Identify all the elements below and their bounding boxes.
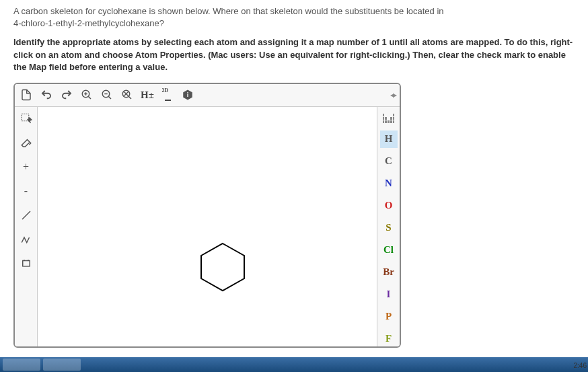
template-tool-icon[interactable] [19,256,34,271]
question-line1: A carbon skeleton for cyclohexane is sho… [13,6,444,16]
h-plus-minus-button[interactable]: H± [140,87,155,102]
drawing-canvas[interactable] [38,107,377,348]
clock-time: 2:46 [574,362,587,369]
toolbar-left: + - [15,107,38,348]
svg-text:i: i [187,91,189,98]
zoom-out-icon[interactable] [100,87,114,102]
svg-line-1 [88,97,91,100]
charge-minus-icon[interactable]: - [19,184,34,198]
taskbar-app-2[interactable] [43,359,81,371]
chain-bond-icon[interactable] [19,232,34,247]
element-O-button[interactable]: O [380,197,398,215]
element-N-button[interactable]: N [380,175,398,192]
element-I-button[interactable]: I [380,286,398,303]
taskbar-app-1[interactable] [3,359,40,371]
single-bond-icon[interactable] [19,208,34,223]
svg-line-8 [128,97,131,100]
charge-plus-icon[interactable]: + [19,159,34,174]
element-Br-button[interactable]: Br [380,264,398,281]
svg-marker-15 [201,244,244,291]
toolbar-top: H± 2D i ◂▸ [15,84,400,107]
cyclohexane-hexagon[interactable] [196,240,250,294]
svg-line-13 [22,211,30,219]
zoom-reset-icon[interactable] [120,87,135,102]
element-C-button[interactable]: C [380,153,398,170]
question-line2: 4-chloro-1-ethyl-2-methylcyclohexane? [13,18,164,28]
eraser-tool-icon[interactable] [19,135,34,150]
element-H-button[interactable]: H [380,131,398,148]
svg-line-5 [108,97,111,100]
selection-tool-icon[interactable] [19,111,34,126]
zoom-in-icon[interactable] [79,87,94,102]
instruction-text: Identify the appropriate atoms by select… [13,36,575,73]
molecule-editor: H± 2D i ◂▸ + - [13,83,401,348]
element-S-button[interactable]: S [380,219,398,237]
redo-icon[interactable] [59,87,74,102]
question-text: A carbon skeleton for cyclohexane is sho… [13,5,575,30]
toolbar-right: H C N O S Cl Br I P F [377,107,400,348]
undo-icon[interactable] [39,87,54,102]
element-P-button[interactable]: P [380,308,398,326]
periodic-table-icon[interactable] [381,111,396,126]
two-d-label: 2D [162,87,169,94]
two-d-button[interactable]: 2D [160,87,175,102]
new-document-icon[interactable] [19,87,34,102]
expand-arrows-icon[interactable]: ◂▸ [390,90,396,100]
windows-taskbar[interactable] [0,357,588,372]
info-icon[interactable]: i [180,87,195,102]
svg-rect-14 [22,260,30,266]
element-F-button[interactable]: F [380,330,398,348]
element-Cl-button[interactable]: Cl [380,241,398,259]
